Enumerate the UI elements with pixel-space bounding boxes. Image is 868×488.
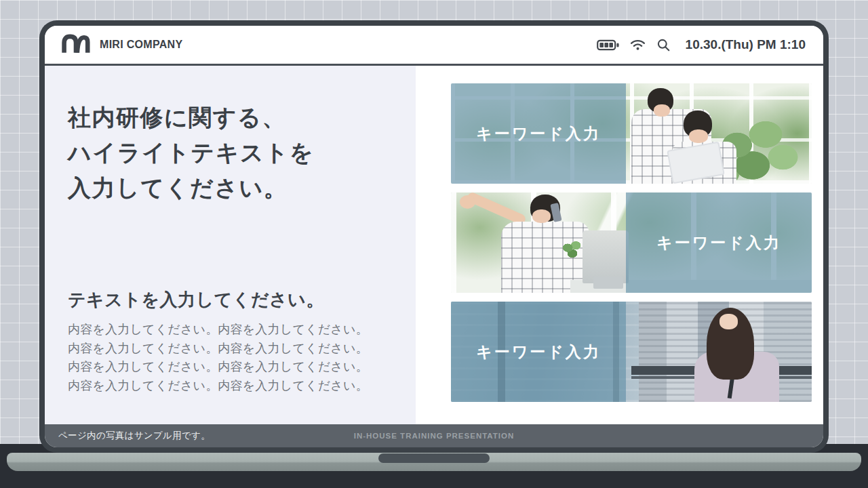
laptop-base-notch bbox=[378, 453, 490, 463]
headline-line-2: ハイライトテキストを bbox=[68, 140, 314, 165]
text-panel: 社内研修に関する、 ハイライトテキストを 入力してください。 テキストを入力して… bbox=[45, 66, 416, 424]
body-line: 内容を入力してください。内容を入力してください。 bbox=[68, 340, 368, 359]
brand: MIRI COMPANY bbox=[61, 33, 182, 56]
battery-icon bbox=[597, 39, 619, 51]
footer-note: ページ内の写真はサンプル用です。 bbox=[58, 430, 210, 442]
photo-person-face bbox=[689, 129, 708, 143]
miri-logo-icon bbox=[61, 33, 91, 56]
photo-person-face bbox=[654, 104, 670, 117]
body-line: 内容を入力してください。内容を入力してください。 bbox=[68, 377, 368, 396]
photo-panel: キーワード入力 キーワード入力 bbox=[416, 66, 823, 424]
slide-body: 社内研修に関する、 ハイライトテキストを 入力してください。 テキストを入力して… bbox=[45, 66, 823, 424]
photo-plant bbox=[561, 239, 584, 262]
photo-person-face bbox=[719, 314, 738, 329]
keyword-label[interactable]: キーワード入力 bbox=[476, 342, 601, 363]
keyword-label[interactable]: キーワード入力 bbox=[656, 232, 781, 253]
brand-name: MIRI COMPANY bbox=[100, 39, 182, 51]
laptop-base bbox=[7, 453, 861, 471]
keyword-overlay: キーワード入力 bbox=[451, 83, 626, 184]
slide-subheading[interactable]: テキストを入力してください。 bbox=[68, 288, 324, 312]
slide-surface: MIRI COMPANY bbox=[45, 26, 823, 447]
keyword-banner-2[interactable]: キーワード入力 bbox=[451, 192, 812, 293]
wifi-icon bbox=[630, 39, 646, 51]
keyword-overlay: キーワード入力 bbox=[451, 302, 626, 402]
headline-line-3: 入力してください。 bbox=[68, 175, 288, 201]
search-icon[interactable] bbox=[656, 38, 671, 52]
keyword-overlay: キーワード入力 bbox=[626, 192, 812, 293]
slide-header: MIRI COMPANY bbox=[45, 26, 823, 64]
slide-headline[interactable]: 社内研修に関する、 ハイライトテキストを 入力してください。 bbox=[68, 100, 314, 205]
status-area: 10.30.(Thu) PM 1:10 bbox=[597, 37, 806, 52]
photo-monitor-stand bbox=[593, 277, 623, 289]
photo-person-face bbox=[532, 209, 551, 223]
photo-monitor bbox=[583, 230, 629, 283]
datetime-label: 10.30.(Thu) PM 1:10 bbox=[686, 37, 806, 52]
footer-presentation-title: IN-HOUSE TRAINING PRESENTATION bbox=[354, 432, 515, 440]
slide-body-text[interactable]: 内容を入力してください。内容を入力してください。 内容を入力してください。内容を… bbox=[68, 321, 368, 395]
laptop-screen-frame: MIRI COMPANY bbox=[39, 20, 829, 453]
keyword-banner-3[interactable]: キーワード入力 bbox=[451, 302, 812, 402]
keyword-banner-1[interactable]: キーワード入力 bbox=[451, 83, 812, 184]
keyword-label[interactable]: キーワード入力 bbox=[476, 123, 601, 144]
headline-line-1: 社内研修に関する、 bbox=[68, 104, 286, 130]
slide-footer: ページ内の写真はサンプル用です。 IN-HOUSE TRAINING PRESE… bbox=[45, 424, 823, 447]
body-line: 内容を入力してください。内容を入力してください。 bbox=[68, 321, 368, 340]
body-line: 内容を入力してください。内容を入力してください。 bbox=[68, 358, 368, 377]
